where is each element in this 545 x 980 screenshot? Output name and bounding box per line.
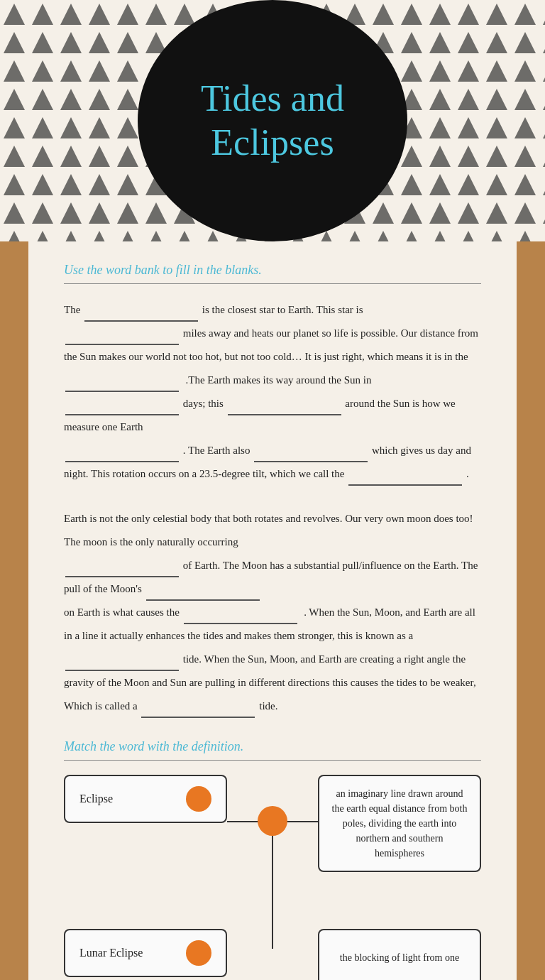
match-section: Eclipse an imagina	[64, 775, 481, 980]
def-text-lunar: the blocking of light from one	[340, 950, 459, 965]
blank-1[interactable]	[84, 306, 198, 322]
text-p1d: days; this	[183, 398, 224, 409]
blank-6[interactable]	[65, 447, 179, 462]
text-p2: Earth is not the only celestial body tha…	[64, 513, 473, 548]
blank-2[interactable]	[65, 330, 179, 345]
blank-13[interactable]	[141, 702, 255, 718]
page-wrapper: Tides and Eclipses Use the word bank to …	[0, 0, 545, 980]
text-p2c: on Earth is what causes the	[64, 606, 180, 618]
blank-7[interactable]	[254, 447, 368, 462]
title-line-1: Tides and	[201, 77, 344, 121]
blank-12[interactable]	[65, 655, 179, 671]
match-left-2: Lunar Eclipse	[64, 929, 227, 977]
match-instruction: Match the word with the definition.	[64, 739, 481, 754]
blank-9[interactable]	[65, 562, 179, 577]
fill-blanks-text: The is the closest star to Earth. This s…	[64, 298, 481, 486]
text-p2f: tide.	[259, 700, 277, 712]
vertical-line-1	[272, 821, 273, 949]
match-right-2: the blocking of light from one	[318, 929, 481, 980]
match-right-1: an imaginary line drawn around the earth…	[318, 775, 481, 872]
text-p1h: .	[466, 468, 469, 479]
main-content: Use the word bank to fill in the blanks.…	[28, 241, 517, 980]
match-word-eclipse: Eclipse	[79, 793, 113, 805]
header-section: Tides and Eclipses	[0, 0, 545, 241]
text-the: The	[64, 304, 80, 315]
fill-blanks-instruction: Use the word bank to fill in the blanks.	[64, 263, 481, 278]
text-p1-end: is the closest star to Earth. This star …	[202, 304, 363, 315]
match-dot-eclipse	[186, 786, 211, 812]
match-box-eclipse[interactable]: Eclipse	[64, 775, 227, 823]
match-word-lunar: Lunar Eclipse	[79, 947, 143, 959]
match-row-1: Eclipse an imagina	[64, 775, 481, 872]
text-p1f: . The Earth also	[183, 445, 251, 456]
text-p1c: .The Earth makes its way around the Sun …	[186, 374, 372, 386]
blank-11[interactable]	[184, 609, 297, 624]
blank-5[interactable]	[228, 400, 341, 415]
def-text-eclipse: an imaginary line drawn around the earth…	[331, 786, 468, 861]
match-box-lunar[interactable]: Lunar Eclipse	[64, 929, 227, 977]
match-def-lunar: the blocking of light from one	[318, 929, 481, 980]
blank-3[interactable]	[65, 376, 179, 392]
match-left-1: Eclipse	[64, 775, 227, 823]
title-line-2: Eclipses	[201, 121, 344, 165]
match-def-eclipse: an imaginary line drawn around the earth…	[318, 775, 481, 872]
fill-blanks-text-2: Earth is not the only celestial body tha…	[64, 507, 481, 718]
center-dot-1	[258, 806, 287, 836]
blank-10[interactable]	[146, 585, 260, 601]
section-divider-2	[64, 760, 481, 761]
match-dot-lunar	[186, 940, 211, 966]
side-panel-left	[0, 241, 28, 980]
blank-4[interactable]	[65, 400, 179, 415]
page-title: Tides and Eclipses	[201, 77, 344, 165]
side-panel-right	[517, 241, 545, 980]
title-circle: Tides and Eclipses	[138, 0, 407, 241]
section-divider-1	[64, 283, 481, 284]
blank-8[interactable]	[348, 470, 462, 486]
